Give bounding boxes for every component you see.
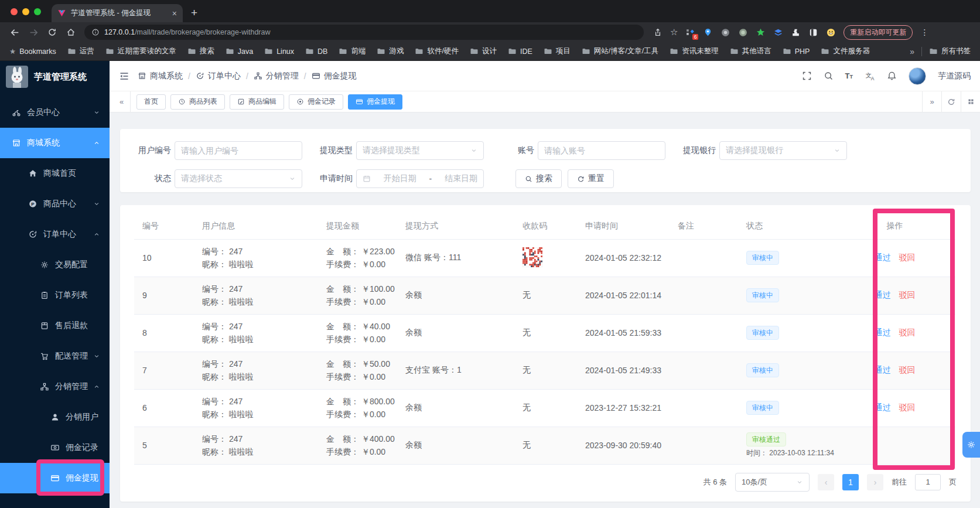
search-icon[interactable] — [824, 71, 834, 81]
page-size-select[interactable]: 10条/页 — [735, 473, 810, 492]
extension-circle-gray-icon[interactable] — [721, 28, 730, 37]
bookmark-folder[interactable]: DB — [305, 47, 327, 56]
bank-select[interactable]: 请选择提现银行 — [719, 141, 847, 160]
tabs-refresh-button[interactable] — [941, 91, 961, 112]
reject-link[interactable]: 驳回 — [899, 328, 916, 337]
extension-circle-sage-icon[interactable] — [738, 28, 748, 37]
approve-link[interactable]: 通过 — [875, 365, 891, 374]
page-tab-首页[interactable]: 首页 — [136, 94, 166, 110]
extension-puzzle-icon[interactable] — [791, 28, 801, 37]
user-no-input[interactable] — [175, 141, 302, 160]
bookmark-folder[interactable]: IDE — [508, 47, 532, 56]
search-button[interactable]: 搜索 — [515, 169, 562, 188]
sidebar-item-商城系统[interactable]: 商城系统 — [0, 128, 110, 158]
fullscreen-icon[interactable] — [802, 71, 812, 81]
extension-grid-diamond-icon[interactable]: 6 — [685, 28, 695, 37]
bookmark-folder[interactable]: 近期需要读的文章 — [105, 46, 176, 56]
tab-close-icon[interactable]: × — [172, 9, 177, 18]
bookmarks-overflow-button[interactable]: » — [910, 47, 914, 56]
sidebar-item-分销管理[interactable]: 分销管理 — [0, 371, 110, 402]
prev-page-button[interactable]: ‹ — [818, 474, 834, 490]
browser-menu-icon[interactable]: ⋮ — [920, 28, 928, 37]
bookmark-folder[interactable]: PHP — [783, 47, 810, 56]
bookmark-folder[interactable]: 软件/硬件 — [415, 46, 458, 56]
reject-link[interactable]: 驳回 — [899, 403, 916, 412]
apply-time-range-picker[interactable]: 开始日期 - 结束日期 — [356, 169, 484, 188]
bookmark-folder[interactable]: 文件服务器 — [821, 46, 870, 56]
sidebar-item-配送管理[interactable]: 配送管理 — [0, 341, 110, 371]
share-icon[interactable] — [653, 28, 663, 37]
forward-button[interactable] — [26, 25, 41, 40]
reload-button[interactable] — [45, 25, 60, 40]
status-select[interactable]: 请选择状态 — [175, 169, 302, 188]
extension-emoji-icon[interactable] — [826, 28, 836, 37]
sidebar-item-佣金提现[interactable]: 佣金提现 — [0, 463, 110, 493]
window-controls[interactable] — [11, 8, 41, 15]
back-button[interactable] — [7, 25, 22, 40]
tabs-scroll-right-button[interactable]: » — [922, 91, 941, 112]
language-icon[interactable]: 文A — [865, 71, 875, 81]
new-tab-button[interactable]: + — [191, 6, 197, 19]
page-1-button[interactable]: 1 — [842, 474, 859, 490]
bookmark-folder[interactable]: Linux — [264, 47, 294, 56]
bookmark-folder[interactable]: 运营 — [67, 46, 94, 56]
sidebar-item-会员中心[interactable]: 会员中心 — [0, 97, 110, 128]
page-tab-商品编辑[interactable]: 商品编辑 — [230, 94, 284, 110]
page-tab-佣金记录[interactable]: 佣金记录 — [289, 94, 343, 110]
breadcrumb-item[interactable]: 商城系统 — [138, 71, 183, 81]
sidebar-item-订单中心[interactable]: 订单中心 — [0, 219, 110, 250]
next-page-button[interactable]: › — [867, 474, 883, 490]
reject-link[interactable]: 驳回 — [899, 365, 916, 374]
site-info-icon[interactable] — [91, 28, 100, 36]
bookmark-folder[interactable]: 游戏 — [377, 46, 404, 56]
reject-link[interactable]: 驳回 — [899, 253, 916, 262]
home-button[interactable] — [63, 25, 78, 40]
extension-star-green-icon[interactable] — [756, 28, 766, 37]
page-tab-商品列表[interactable]: 商品列表 — [170, 94, 225, 110]
sidebar-item-售后退款[interactable]: 售后退款 — [0, 311, 110, 341]
browser-update-button[interactable]: 重新启动即可更新 — [844, 25, 913, 40]
breadcrumb-item[interactable]: 佣金提现 — [312, 71, 357, 81]
bookmark-folder[interactable]: 前端 — [339, 46, 366, 56]
bookmark-folder[interactable]: 其他语言 — [730, 46, 771, 56]
bookmark-folder[interactable]: 网站/博客/文章/工具 — [582, 46, 658, 56]
browser-tab[interactable]: 芋道管理系统 - 佣金提现 × — [52, 4, 183, 22]
bookmark-folder[interactable]: 项目 — [544, 46, 571, 56]
bookmark-folder[interactable]: 搜索 — [187, 46, 214, 56]
sidebar-item-商品中心[interactable]: P商品中心 — [0, 189, 110, 219]
approve-link[interactable]: 通过 — [875, 328, 891, 337]
reject-link[interactable]: 驳回 — [899, 290, 916, 299]
user-name[interactable]: 芋道源码 — [938, 71, 971, 81]
breadcrumb-item[interactable]: 订单中心 — [196, 71, 241, 81]
font-size-icon[interactable]: TT — [845, 71, 853, 80]
sidebar-fold-icon[interactable] — [119, 71, 129, 81]
goto-page-input[interactable] — [915, 474, 941, 490]
bookmark-star-icon[interactable]: ☆ — [670, 27, 678, 37]
address-bar[interactable]: 127.0.0.1/mall/trade/brokerage/brokerage… — [84, 25, 644, 40]
bookmark-folder[interactable]: 设计 — [470, 46, 497, 56]
minimize-window-button[interactable] — [22, 8, 29, 15]
bookmarks-root[interactable]: ★ Bookmarks — [9, 47, 56, 56]
approve-link[interactable]: 通过 — [875, 253, 891, 262]
sidebar-item-商城首页[interactable]: 商城首页 — [0, 158, 110, 189]
reset-button[interactable]: 重置 — [568, 169, 614, 188]
extension-contrast-icon[interactable] — [808, 28, 818, 37]
sidebar-item-佣金记录[interactable]: 佣金记录 — [0, 432, 110, 463]
extension-layers-blue-icon[interactable] — [773, 28, 783, 37]
bookmark-folder[interactable]: Java — [226, 47, 253, 56]
theme-settings-button[interactable] — [962, 432, 980, 458]
withdraw-type-select[interactable]: 请选择提现类型 — [356, 141, 484, 160]
sidebar-item-分销用户[interactable]: 分销用户 — [0, 402, 110, 432]
all-bookmarks-button[interactable]: 所有书签 — [929, 46, 971, 56]
sidebar-item-订单列表[interactable]: 订单列表 — [0, 280, 110, 311]
account-input[interactable] — [538, 141, 665, 160]
extension-pin-blue-icon[interactable] — [703, 28, 713, 37]
breadcrumb-item[interactable]: 分销管理 — [254, 71, 299, 81]
tabs-scroll-left-button[interactable]: « — [113, 91, 131, 112]
approve-link[interactable]: 通过 — [875, 290, 891, 299]
page-tab-佣金提现[interactable]: 佣金提现 — [348, 94, 402, 110]
close-window-button[interactable] — [11, 8, 18, 15]
approve-link[interactable]: 通过 — [875, 403, 891, 412]
tabs-options-icon[interactable] — [961, 91, 980, 112]
payment-qr-code[interactable] — [523, 247, 542, 267]
